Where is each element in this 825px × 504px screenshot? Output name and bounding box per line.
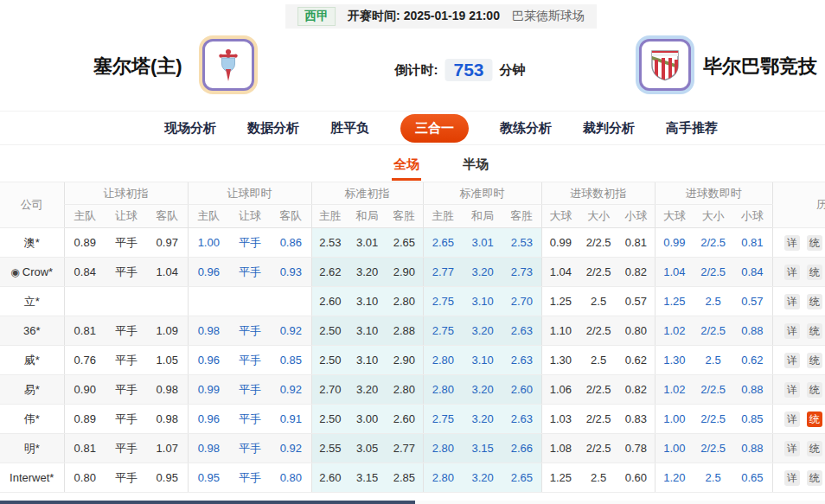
odds-cell[interactable]: 平手	[229, 258, 271, 287]
odds-cell[interactable]: 1.30	[655, 346, 694, 375]
tab-referee-analysis[interactable]: 裁判分析	[583, 120, 635, 137]
odds-cell[interactable]	[188, 287, 229, 316]
odds-cell[interactable]: 平手	[229, 346, 271, 375]
detail-button[interactable]: 详	[784, 323, 800, 339]
company-name[interactable]: ◉Crow*	[0, 258, 64, 287]
stats-button[interactable]: 统	[807, 470, 822, 486]
odds-cell[interactable]: 1.04	[655, 258, 694, 287]
odds-cell[interactable]	[271, 287, 311, 316]
detail-button[interactable]: 详	[784, 441, 800, 456]
odds-cell[interactable]: 3.10	[463, 287, 502, 316]
odds-cell[interactable]: 0.65	[732, 463, 772, 493]
odds-cell[interactable]: 0.99	[188, 375, 229, 405]
odds-cell[interactable]: 0.88	[732, 375, 772, 405]
odds-cell[interactable]: 2.75	[423, 287, 463, 316]
league-badge[interactable]: 西甲	[297, 7, 336, 26]
company-name[interactable]: 威*	[0, 346, 64, 375]
odds-cell[interactable]: 2.75	[423, 405, 463, 434]
company-name[interactable]: 伟*	[0, 405, 64, 434]
odds-cell[interactable]: 0.92	[271, 434, 311, 463]
odds-cell[interactable]: 0.85	[271, 346, 311, 375]
stats-button[interactable]: 统	[807, 411, 822, 427]
odds-cell[interactable]: 0.99	[655, 228, 694, 258]
detail-button[interactable]: 详	[784, 235, 800, 251]
odds-cell[interactable]: 0.96	[188, 346, 229, 375]
odds-cell[interactable]: 2.5	[694, 463, 732, 493]
company-name[interactable]: 36*	[0, 316, 64, 346]
odds-cell[interactable]: 2.63	[502, 316, 541, 346]
odds-cell[interactable]: 2.65	[502, 463, 541, 493]
odds-cell[interactable]: 1.00	[655, 434, 694, 463]
odds-cell[interactable]: 0.98	[188, 434, 229, 463]
odds-cell[interactable]: 2.80	[423, 434, 463, 463]
odds-cell[interactable]: 0.96	[188, 258, 229, 287]
tab-win-draw-lose[interactable]: 胜平负	[330, 120, 369, 137]
odds-cell[interactable]: 2.65	[423, 228, 463, 258]
detail-button[interactable]: 详	[784, 470, 800, 486]
odds-cell[interactable]: 0.88	[732, 316, 772, 346]
odds-cell[interactable]: 2.5	[694, 346, 732, 375]
odds-cell[interactable]: 2.63	[502, 346, 541, 375]
odds-cell[interactable]: 3.01	[463, 228, 502, 258]
odds-cell[interactable]: 2.75	[423, 316, 463, 346]
tab-expert-picks[interactable]: 高手推荐	[666, 120, 718, 137]
subtab-half-time[interactable]: 半场	[461, 154, 490, 178]
odds-cell[interactable]: 2.5	[694, 287, 732, 316]
odds-cell[interactable]: 平手	[229, 434, 271, 463]
odds-cell[interactable]: 1.00	[188, 228, 229, 258]
odds-cell[interactable]: 1.02	[655, 316, 694, 346]
subtab-full-time[interactable]: 全场	[392, 154, 421, 181]
detail-button[interactable]: 详	[784, 294, 800, 309]
company-name[interactable]: 明*	[0, 434, 64, 463]
odds-cell[interactable]: 1.20	[655, 463, 694, 493]
odds-cell[interactable]: 0.93	[271, 258, 311, 287]
odds-cell[interactable]: 平手	[229, 228, 271, 258]
odds-cell[interactable]: 2/2.5	[694, 316, 732, 346]
odds-cell[interactable]: 平手	[229, 316, 271, 346]
company-name[interactable]: 易*	[0, 375, 64, 405]
odds-cell[interactable]: 平手	[229, 375, 271, 405]
detail-button[interactable]: 详	[784, 411, 800, 427]
odds-cell[interactable]: 0.96	[188, 405, 229, 434]
odds-cell[interactable]: 0.57	[732, 287, 772, 316]
odds-cell[interactable]: 0.98	[188, 316, 229, 346]
odds-cell[interactable]: 2.80	[423, 375, 463, 405]
odds-cell[interactable]: 0.62	[732, 346, 772, 375]
odds-cell[interactable]: 0.84	[732, 258, 772, 287]
odds-cell[interactable]: 3.20	[463, 375, 502, 405]
detail-button[interactable]: 详	[784, 265, 800, 280]
odds-cell[interactable]: 0.85	[732, 405, 772, 434]
stats-button[interactable]: 统	[807, 294, 822, 309]
odds-cell[interactable]: 0.92	[271, 375, 311, 405]
odds-cell[interactable]: 0.86	[271, 228, 311, 258]
odds-cell[interactable]: 3.20	[463, 405, 502, 434]
odds-cell[interactable]: 2/2.5	[694, 258, 732, 287]
stats-button[interactable]: 统	[807, 235, 822, 251]
odds-cell[interactable]: 2/2.5	[694, 434, 732, 463]
stats-button[interactable]: 统	[807, 441, 822, 456]
odds-cell[interactable]: 1.25	[655, 287, 694, 316]
odds-cell[interactable]: 2.80	[423, 346, 463, 375]
stats-button[interactable]: 统	[807, 323, 822, 339]
tab-three-in-one[interactable]: 三合一	[400, 114, 469, 143]
odds-cell[interactable]: 3.15	[463, 434, 502, 463]
odds-cell[interactable]: 3.20	[463, 463, 502, 493]
tab-coach-analysis[interactable]: 教练分析	[500, 120, 552, 137]
odds-cell[interactable]: 平手	[229, 405, 271, 434]
odds-cell[interactable]: 平手	[229, 463, 271, 493]
odds-cell[interactable]: 0.88	[732, 434, 772, 463]
company-name[interactable]: 澳*	[0, 228, 64, 258]
odds-cell[interactable]: 0.92	[271, 316, 311, 346]
odds-cell[interactable]: 2.66	[502, 434, 541, 463]
odds-cell[interactable]: 3.20	[463, 258, 502, 287]
odds-cell[interactable]: 0.91	[271, 405, 311, 434]
odds-cell[interactable]: 2.63	[502, 405, 541, 434]
odds-cell[interactable]: 3.10	[463, 346, 502, 375]
odds-cell[interactable]: 2.77	[423, 258, 463, 287]
odds-cell[interactable]: 2/2.5	[694, 375, 732, 405]
odds-cell[interactable]: 2.80	[423, 463, 463, 493]
stats-button[interactable]: 统	[807, 353, 822, 368]
odds-cell[interactable]: 2.73	[502, 258, 541, 287]
detail-button[interactable]: 详	[784, 382, 800, 398]
stats-button[interactable]: 统	[807, 382, 822, 398]
